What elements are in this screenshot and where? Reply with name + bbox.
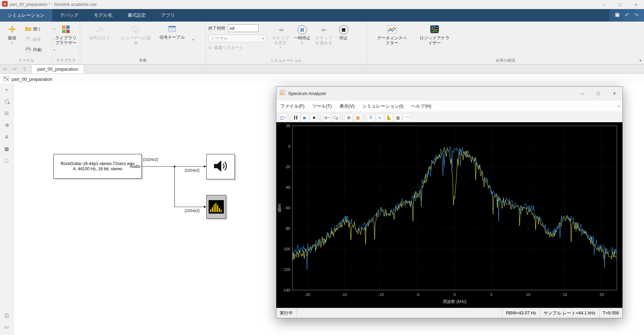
audio-source-block[interactable]: RockGuitar-16-44p1-stereo-72secs.wav A: … <box>53 154 142 179</box>
source-block-line2: A: 44100 Hz, 16 bit, stereo <box>73 166 122 172</box>
annotation-icon[interactable]: A <box>2 132 11 141</box>
chevron-down-icon: ▾ <box>337 116 339 119</box>
palette-top: «⊡⇉A▦□ <box>2 85 11 165</box>
stop-icon[interactable]: ■ <box>310 114 318 122</box>
speaker-icon <box>213 159 229 174</box>
library-browser-button[interactable]: ライブラリ ブラウザー <box>54 23 78 56</box>
spectrum-settings-icon[interactable]: ▦ <box>354 114 362 122</box>
library-browser-icon <box>62 25 70 34</box>
menu-file[interactable]: ファイル(F) <box>276 100 308 112</box>
spectrum-analyzer-block[interactable] <box>206 195 226 219</box>
menu-simulation[interactable]: シミュレーション(I) <box>358 100 407 112</box>
chevron-down-icon: ▾ <box>262 37 264 40</box>
pause-icon[interactable] <box>292 114 300 122</box>
document-tabbar: ⇦ ⇨ ⇧ part_00_preparation <box>0 64 644 74</box>
audio-device-writer-block[interactable] <box>206 154 235 179</box>
scope-config-icon[interactable]: ◫▾ <box>278 114 287 122</box>
menu-view[interactable]: 表示(V) <box>336 100 358 112</box>
close-button[interactable]: × <box>606 87 622 100</box>
y-tick-label: 0 <box>288 144 290 148</box>
zoom-icon[interactable] <box>2 97 11 106</box>
redo-icon[interactable]: ↷ <box>634 12 638 18</box>
cursor-measure-icon[interactable]: X̄ <box>367 114 375 122</box>
tab-modeling[interactable]: モデル化 <box>86 9 120 22</box>
gallery-dropdown-icon[interactable]: ▾ <box>639 59 641 62</box>
stop-time-input[interactable] <box>228 24 259 32</box>
spectral-mask-icon[interactable]: ◠ <box>403 114 411 122</box>
print-button[interactable]: 印刷 ▾ <box>24 45 56 55</box>
up-to-parent-icon[interactable]: ⇧ <box>20 64 29 73</box>
fast-restart-button[interactable]: ↻ 高速リスタート <box>208 45 270 51</box>
new-model-icon <box>8 25 16 34</box>
fit-to-view-icon[interactable]: ⊡ <box>2 109 11 118</box>
ccdf-icon[interactable]: ▙ <box>385 114 393 122</box>
tab-format[interactable]: 書式設定 <box>120 9 153 22</box>
signal-log-button[interactable]: 信号のログ <box>82 23 118 56</box>
ribbon-group-file: 新規 ▾ 開く ▾ 保存 ▾ 印刷 ▾ <box>0 22 52 64</box>
hide-bar-icon[interactable]: ▭ <box>2 322 11 332</box>
add-viewer-button[interactable]: ビューアーの追加 <box>118 23 154 56</box>
menubar-overflow-icon[interactable]: ▾ <box>618 104 620 108</box>
menu-tools[interactable]: ツール(T) <box>308 100 336 112</box>
chevron-down-icon: ▾ <box>12 41 13 44</box>
maximize-button[interactable]: □ <box>590 87 606 100</box>
forward-icon[interactable]: ⇨ <box>10 64 20 73</box>
run-icon[interactable]: ▶ <box>301 114 309 122</box>
y-tick-label: -40 <box>285 185 290 189</box>
peak-finder-icon[interactable]: ∿ <box>376 114 384 122</box>
sim-mode-select[interactable]: ノーマル ▾ <box>208 34 266 42</box>
ribbon-group-prepare: 信号のログ ビューアーの追加 信号テーブル ▾ 準備 <box>80 22 206 64</box>
trace-channel-2 <box>292 147 616 260</box>
breadcrumb-model-name[interactable]: part_00_preparation <box>12 77 52 82</box>
tab-debug[interactable]: デバッグ <box>52 9 86 22</box>
toolbar-separator <box>320 115 321 121</box>
chevron-down-icon: ▾ <box>301 41 303 44</box>
screenshot-icon[interactable]: ◫ <box>2 311 11 320</box>
style-settings-icon[interactable]: ⊛▾ <box>323 114 331 122</box>
step-back-button[interactable]: ◀◀ ステップを戻す ▾ <box>270 23 291 56</box>
save-button[interactable]: 保存 ▾ <box>24 35 56 44</box>
y-tick-label: -80 <box>285 226 290 231</box>
pause-button[interactable]: 一時停止 ▾ <box>291 23 313 56</box>
stop-icon <box>339 25 348 34</box>
minimize-button[interactable]: – <box>596 0 612 9</box>
toolbar-separator <box>342 115 343 121</box>
tab-simulation[interactable]: シミュレーション <box>0 9 52 22</box>
tab-apps[interactable]: アプリ <box>153 9 183 22</box>
stop-button[interactable]: 停止 <box>335 23 353 56</box>
y-tick-label: -140 <box>283 288 290 292</box>
zoom-icon[interactable]: ▾ <box>332 114 340 122</box>
box-area-icon[interactable]: □ <box>2 156 11 165</box>
group-label-results: 結果の確認 <box>367 58 644 63</box>
model-icon <box>3 76 9 82</box>
x-tick-label: -20 <box>305 293 310 297</box>
menu-help[interactable]: ヘルプ(H) <box>407 100 435 112</box>
signal-dimension-label: [1024x2] <box>143 157 158 162</box>
group-label-file: ファイル <box>0 58 52 63</box>
minimize-button[interactable]: – <box>574 87 590 100</box>
spectrum-plot-area[interactable]: 200-20-40-60-80-100-120-140-20-15-10-505… <box>276 122 622 308</box>
data-inspector-button[interactable]: データインスペクター <box>374 23 410 56</box>
prepare-gallery-expand-button[interactable]: ▾ <box>190 23 196 56</box>
y-tick-label: -20 <box>285 165 290 169</box>
logic-analyzer-button[interactable]: ロジックアナライザー <box>416 23 453 56</box>
maximize-button[interactable]: □ <box>612 0 628 9</box>
analyzer-titlebar[interactable]: Spectrum Analyzer – □ × <box>276 87 622 100</box>
hide-browser-icon[interactable]: « <box>2 85 11 94</box>
image-icon[interactable]: ▦ <box>2 144 11 153</box>
close-button[interactable]: × <box>628 0 644 9</box>
new-button[interactable]: 新規 ▾ <box>2 23 22 56</box>
undo-icon[interactable]: ↶ <box>625 12 629 18</box>
data-inspector-icon <box>388 25 397 34</box>
spectrogram-icon[interactable]: ▩ <box>394 114 402 122</box>
open-button[interactable]: 開く ▾ <box>24 24 56 34</box>
fit-view-icon[interactable]: ⊞ <box>345 114 353 122</box>
spectrum-block-icon <box>208 200 224 214</box>
step-back-icon: ◀◀ <box>278 25 282 34</box>
step-forward-button[interactable]: ▶▶ ステップを進める <box>313 23 335 56</box>
signal-table-button[interactable]: 信号テーブル <box>154 23 190 56</box>
back-icon[interactable]: ⇦ <box>0 64 10 73</box>
orientation-icon[interactable]: ⇉ <box>2 120 11 130</box>
document-tab[interactable]: part_00_preparation <box>31 64 84 73</box>
quick-save-icon[interactable] <box>615 12 620 19</box>
